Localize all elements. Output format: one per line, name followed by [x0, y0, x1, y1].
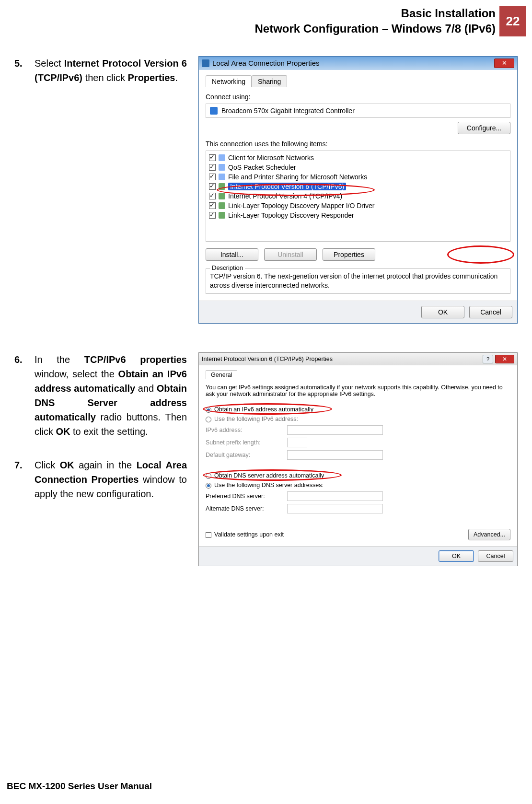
- text: window, select the: [35, 369, 118, 379]
- step-7: 7. Click OK again in the Local Area Conn…: [14, 458, 187, 501]
- radio-use-dns[interactable]: Use the following DNS server addresses:: [206, 482, 510, 489]
- connect-using-label: Connect using:: [206, 93, 510, 101]
- step-6-number: 6.: [14, 352, 28, 439]
- radio-icon: [206, 483, 211, 489]
- checkbox-icon[interactable]: [209, 174, 216, 180]
- bold: Properties: [128, 72, 175, 83]
- checkbox-icon[interactable]: [209, 183, 216, 190]
- cancel-button[interactable]: Cancel: [478, 550, 513, 562]
- text: .: [175, 72, 178, 83]
- field-label: Default gateway:: [206, 452, 287, 458]
- protocol-icon: [219, 174, 225, 180]
- text: and: [135, 383, 157, 394]
- step-6-text: In the TCP/IPv6 properties window, selec…: [35, 352, 187, 439]
- field-preferred-dns[interactable]: Preferred DNS server:: [206, 491, 510, 501]
- manual-footer: BEC MX-1200 Series User Manual: [7, 781, 152, 792]
- items-label: This connection uses the following items…: [206, 140, 510, 148]
- list-item[interactable]: Link-Layer Topology Discovery Responder: [209, 210, 507, 220]
- text-input: [287, 438, 307, 447]
- text-input[interactable]: [287, 491, 383, 501]
- radio-use-ip[interactable]: Use the following IPv6 address:: [206, 416, 510, 422]
- list-item[interactable]: Client for Microsoft Networks: [209, 153, 507, 163]
- ok-button[interactable]: OK: [439, 550, 474, 562]
- properties-button[interactable]: Properties: [323, 248, 375, 261]
- description-group: Description TCP/IP version 6. The next-g…: [206, 268, 510, 294]
- radio-icon: [206, 417, 211, 422]
- install-button[interactable]: Install...: [206, 248, 258, 261]
- text: In the: [35, 354, 84, 365]
- step-5-number: 5.: [14, 56, 28, 85]
- step-7-number: 7.: [14, 458, 28, 501]
- advanced-button[interactable]: Advanced...: [468, 529, 510, 540]
- field-label: Preferred DNS server:: [206, 493, 287, 500]
- step-5-text: Select Internet Protocol Version 6 (TCP/…: [35, 56, 187, 85]
- radio-obtain-dns-auto[interactable]: Obtain DNS server address automatically: [206, 472, 510, 479]
- nic-icon: [210, 107, 218, 115]
- checkbox-icon[interactable]: [209, 202, 216, 209]
- bold: TCP/IPv6 properties: [84, 354, 187, 365]
- checkbox-icon[interactable]: [209, 154, 216, 161]
- radio-icon: [206, 407, 211, 413]
- text: again in the: [74, 460, 137, 470]
- item-label: File and Printer Sharing for Microsoft N…: [228, 173, 367, 181]
- field-label: Subnet prefix length:: [206, 439, 287, 446]
- text: Select: [35, 58, 64, 69]
- intro-text: You can get IPv6 settings assigned autom…: [206, 384, 510, 397]
- checkbox-label: Validate settings upon exit: [214, 531, 284, 538]
- close-button[interactable]: ✕: [495, 355, 514, 363]
- header-title-2: Network Configuration – Windows 7/8 (IPv…: [255, 21, 496, 36]
- cancel-button[interactable]: Cancel: [469, 306, 512, 318]
- list-item-selected[interactable]: Internet Protocol Version 6 (TCP/IPv6): [209, 182, 507, 191]
- text: then click: [82, 72, 127, 83]
- protocol-icon: [219, 164, 225, 171]
- header-title-1: Basic Installation: [255, 6, 496, 21]
- radio-obtain-ip-auto[interactable]: Obtain an IPv6 address automatically: [206, 406, 510, 413]
- radio-label: Use the following DNS server addresses:: [214, 482, 324, 489]
- step-5: 5. Select Internet Protocol Version 6 (T…: [14, 56, 187, 85]
- list-item[interactable]: QoS Packet Scheduler: [209, 163, 507, 172]
- lan-properties-dialog: Local Area Connection Properties ✕ Netwo…: [198, 56, 518, 324]
- radio-label: Obtain DNS server address automatically: [214, 472, 324, 479]
- protocol-icon: [219, 183, 225, 190]
- checkbox-icon[interactable]: [209, 212, 216, 219]
- configure-button[interactable]: Configure...: [458, 122, 510, 134]
- close-button[interactable]: ✕: [494, 58, 514, 68]
- description-legend: Description: [210, 264, 245, 271]
- radio-label: Obtain an IPv6 address automatically: [214, 406, 313, 413]
- checkbox-icon: [206, 532, 211, 538]
- tab-sharing[interactable]: Sharing: [252, 75, 287, 87]
- adapter-field[interactable]: Broadcom 570x Gigabit Integrated Control…: [206, 104, 510, 118]
- annotation-circle-icon: [447, 245, 514, 264]
- tab-general[interactable]: General: [206, 370, 237, 379]
- protocol-icon: [219, 193, 225, 199]
- ok-button[interactable]: OK: [421, 306, 464, 318]
- field-label: IPv6 address:: [206, 427, 287, 433]
- item-label: Link-Layer Topology Discovery Mapper I/O…: [228, 202, 375, 210]
- text: to exit the setting.: [70, 426, 148, 437]
- field-alternate-dns[interactable]: Alternate DNS server:: [206, 504, 510, 513]
- uninstall-button: Uninstall: [264, 248, 317, 261]
- ipv6-properties-dialog: Internet Protocol Version 6 (TCP/IPv6) P…: [198, 352, 518, 566]
- dialog-titlebar[interactable]: Internet Protocol Version 6 (TCP/IPv6) P…: [199, 353, 517, 365]
- validate-checkbox[interactable]: Validate settings upon exit: [206, 531, 284, 538]
- help-button[interactable]: ?: [483, 355, 493, 363]
- items-listbox[interactable]: Client for Microsoft Networks QoS Packet…: [206, 151, 510, 242]
- list-item[interactable]: File and Printer Sharing for Microsoft N…: [209, 172, 507, 182]
- list-item[interactable]: Internet Protocol Version 4 (TCP/IPv4): [209, 191, 507, 201]
- list-item[interactable]: Link-Layer Topology Discovery Mapper I/O…: [209, 201, 507, 210]
- step-6: 6. In the TCP/IPv6 properties window, se…: [14, 352, 187, 439]
- text-input[interactable]: [287, 504, 383, 513]
- description-text: TCP/IP version 6. The next-genetion vers…: [210, 272, 506, 291]
- checkbox-icon[interactable]: [209, 193, 216, 199]
- item-label: Internet Protocol Version 6 (TCP/IPv6): [228, 183, 346, 190]
- network-icon: [202, 59, 209, 67]
- bold: OK: [60, 460, 74, 470]
- item-label: QoS Packet Scheduler: [228, 163, 296, 171]
- dialog-title: Local Area Connection Properties: [212, 59, 319, 67]
- text: Click: [35, 460, 60, 470]
- checkbox-icon[interactable]: [209, 164, 216, 171]
- dialog-titlebar[interactable]: Local Area Connection Properties ✕: [199, 57, 517, 70]
- dialog-title: Internet Protocol Version 6 (TCP/IPv6) P…: [202, 356, 333, 362]
- tab-networking[interactable]: Networking: [206, 75, 252, 87]
- text-input: [287, 450, 383, 460]
